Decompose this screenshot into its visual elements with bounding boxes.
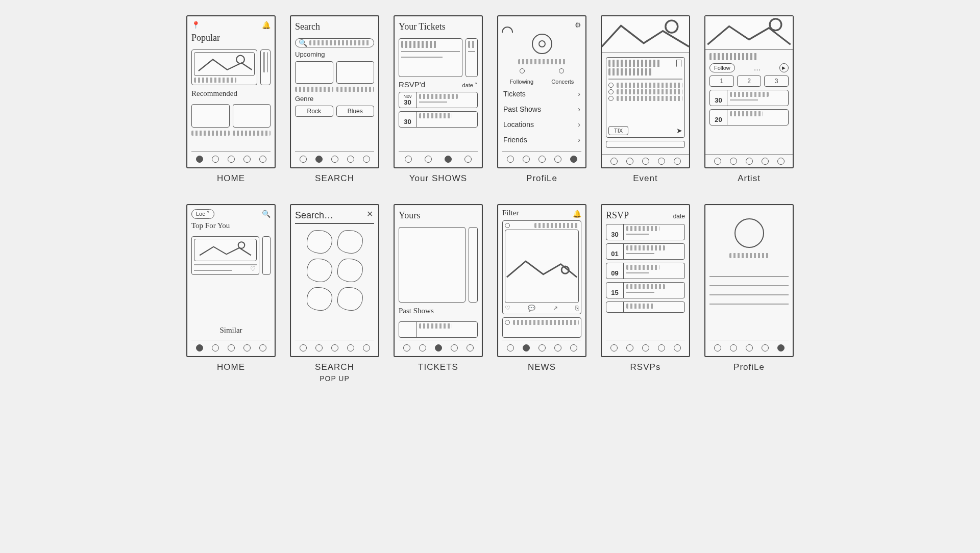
tab-bar[interactable]: [709, 340, 789, 353]
ticket-card[interactable]: [399, 38, 462, 77]
result-item[interactable]: [337, 259, 363, 282]
tab-3[interactable]: [435, 344, 442, 351]
chip-1[interactable]: 1: [709, 76, 734, 87]
ticket-big-card[interactable]: [399, 227, 465, 303]
bookmark-icon[interactable]: ⎘: [575, 305, 579, 312]
tab-1[interactable]: [196, 156, 203, 163]
event-peek-below[interactable]: [606, 141, 685, 148]
top-card[interactable]: ♡: [191, 236, 259, 275]
genre-row[interactable]: Rock Blues: [295, 106, 374, 117]
rsvp-row[interactable]: 30: [606, 224, 685, 240]
recommended-row[interactable]: [191, 104, 271, 128]
tab-4[interactable]: [554, 156, 561, 163]
chip-3[interactable]: 3: [764, 76, 789, 87]
tab-5[interactable]: [674, 344, 681, 351]
location-pin-icon[interactable]: 📍: [191, 21, 200, 29]
search-input[interactable]: 🔍: [295, 38, 374, 47]
tab-5[interactable]: [259, 156, 266, 163]
tab-3[interactable]: [228, 344, 235, 351]
tab-3[interactable]: [642, 344, 649, 351]
upcoming-row[interactable]: [295, 61, 374, 84]
tab-4[interactable]: [464, 156, 472, 163]
tab-1[interactable]: [196, 344, 203, 351]
genre-blues[interactable]: Blues: [336, 106, 375, 117]
more-icon[interactable]: …: [753, 64, 761, 72]
ticket-big-carousel[interactable]: [399, 227, 478, 303]
tab-2[interactable]: [212, 156, 219, 163]
rsvp-row[interactable]: 15: [606, 282, 685, 298]
tab-5[interactable]: [570, 156, 577, 163]
result-item[interactable]: [337, 287, 363, 311]
rec-card-1[interactable]: [191, 104, 230, 128]
comment-icon[interactable]: 💬: [528, 305, 535, 312]
tab-5[interactable]: [570, 344, 577, 351]
artist-chips[interactable]: 1 2 3: [709, 76, 789, 87]
past-row[interactable]: [399, 321, 478, 338]
tix-button[interactable]: TIX: [608, 126, 628, 135]
like-icon[interactable]: ♡: [505, 305, 510, 312]
tab-bar[interactable]: [606, 340, 685, 353]
tab-following-dot[interactable]: [520, 68, 525, 73]
bookmark-icon[interactable]: [676, 60, 681, 67]
tab-5[interactable]: [363, 156, 370, 163]
tab-4[interactable]: [347, 156, 354, 163]
tab-3[interactable]: [642, 158, 649, 165]
result-item[interactable]: [307, 230, 332, 254]
artist-show-row-2[interactable]: 20: [709, 109, 789, 125]
rsvp-row-2[interactable]: 30: [399, 111, 478, 128]
search-icon[interactable]: 🔍: [262, 210, 271, 218]
tab-1[interactable]: [610, 344, 618, 351]
menu-locations[interactable]: Locations›: [502, 118, 581, 131]
upcoming-card-1[interactable]: [295, 61, 333, 84]
top-carousel[interactable]: ♡: [191, 236, 271, 275]
tab-3[interactable]: [228, 156, 235, 163]
result-item[interactable]: [307, 259, 332, 282]
tab-bar[interactable]: [705, 154, 793, 167]
result-item[interactable]: [337, 230, 363, 254]
rsvp-row[interactable]: 09: [606, 263, 685, 279]
tab-concerts[interactable]: Concerts: [551, 79, 574, 85]
bell-icon[interactable]: 🔔: [573, 210, 581, 218]
menu-tickets[interactable]: Tickets›: [502, 88, 581, 100]
menu-friends[interactable]: Friends›: [502, 134, 581, 146]
share-icon[interactable]: ↗: [553, 305, 558, 312]
result-item[interactable]: [307, 287, 332, 311]
close-icon[interactable]: ✕: [366, 209, 373, 219]
tab-1[interactable]: [507, 156, 514, 163]
tab-2[interactable]: [626, 158, 633, 165]
tab-5[interactable]: [674, 158, 681, 165]
tab-1[interactable]: [405, 156, 412, 163]
tab-bar[interactable]: [191, 151, 271, 164]
rsvp-row-1[interactable]: Nov 30: [399, 92, 478, 108]
tab-4[interactable]: [762, 344, 769, 351]
bell-icon[interactable]: 🔔: [262, 21, 271, 29]
tab-1[interactable]: [714, 344, 721, 351]
tab-5[interactable]: [777, 158, 785, 165]
tab-2[interactable]: [523, 156, 530, 163]
top-card-peek[interactable]: [262, 236, 271, 275]
tab-4[interactable]: [243, 156, 251, 163]
tab-1[interactable]: [300, 344, 307, 351]
tab-2[interactable]: [212, 344, 219, 351]
tab-concerts-dot[interactable]: [559, 68, 564, 73]
ticket-big-peek[interactable]: [469, 227, 478, 303]
tab-3[interactable]: [445, 156, 452, 163]
ticket-carousel[interactable]: [399, 38, 478, 77]
settings-gear-icon[interactable]: ⚙: [575, 21, 581, 29]
tab-bar[interactable]: [602, 154, 689, 167]
tab-3[interactable]: [331, 156, 338, 163]
tab-bar[interactable]: [502, 340, 581, 353]
heart-icon[interactable]: ♡: [250, 265, 256, 272]
profile-tabs[interactable]: [502, 68, 581, 73]
tab-2[interactable]: [730, 158, 737, 165]
tab-bar[interactable]: [191, 340, 271, 353]
tab-4[interactable]: [554, 344, 561, 351]
genre-rock[interactable]: Rock: [295, 106, 333, 117]
tab-bar[interactable]: [295, 340, 374, 353]
tab-2[interactable]: [730, 344, 737, 351]
result-grid[interactable]: [295, 227, 374, 314]
avatar[interactable]: [532, 34, 552, 54]
tab-1[interactable]: [403, 344, 410, 351]
tab-following[interactable]: Following: [510, 79, 533, 85]
tab-4[interactable]: [658, 344, 665, 351]
